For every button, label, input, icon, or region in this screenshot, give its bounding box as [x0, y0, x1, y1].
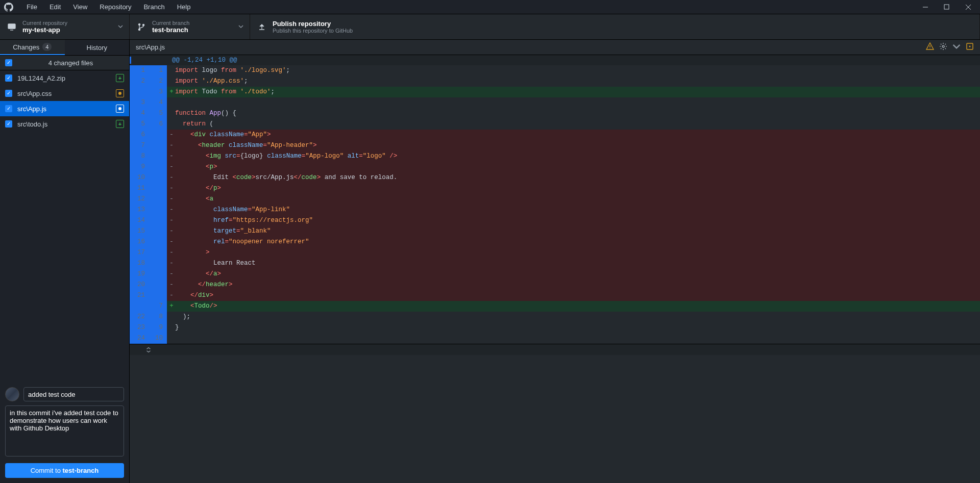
changes-count-badge: 4 [42, 43, 52, 51]
commit-summary-input[interactable] [23, 387, 124, 401]
file-checkbox[interactable] [5, 105, 12, 112]
upload-icon [257, 22, 266, 32]
minimize-button[interactable] [922, 4, 929, 11]
diff-line[interactable]: 2410 [130, 333, 980, 344]
publish-subtitle: Publish this repository to GitHub [273, 28, 353, 34]
diff-line[interactable]: 6.- <div className="App"> [130, 130, 980, 140]
diff-line[interactable]: 14.- href="https://reactjs.org" [130, 215, 980, 226]
chevron-down-icon [238, 23, 243, 31]
commit-description-input[interactable] [5, 405, 124, 456]
titlebar: FileEditViewRepositoryBranchHelp [0, 0, 980, 14]
diff-header: src\App.js [130, 40, 980, 55]
added-icon: + [116, 74, 124, 82]
tab-changes-label: Changes [13, 43, 39, 51]
settings-icon[interactable] [939, 42, 947, 52]
diff-line[interactable]: 16.- rel="noopener noreferrer" [130, 237, 980, 247]
svg-point-4 [142, 24, 144, 26]
repo-name: my-test-app [22, 26, 67, 34]
tab-history[interactable]: History [65, 40, 130, 55]
diff-line[interactable]: 21.- </div> [130, 290, 980, 301]
monitor-icon [7, 22, 16, 32]
tab-changes[interactable]: Changes 4 [0, 40, 65, 55]
diff-line[interactable]: 239 } [130, 322, 980, 333]
branch-icon [137, 22, 146, 32]
diff-line[interactable]: .7+ <Todo/> [130, 301, 980, 312]
current-repository-dropdown[interactable]: Current repository my-test-app [0, 14, 130, 39]
diff-line[interactable]: 20.- </header> [130, 279, 980, 290]
file-name: src\todo.js [17, 120, 116, 128]
diff-panel: src\App.js @@ -1,24 +1,10 @@ 11 import l… [130, 40, 980, 483]
commit-btn-branch: test-branch [63, 467, 99, 474]
diff-line[interactable]: 13.- className="App-link" [130, 205, 980, 215]
diff-line[interactable]: 10.- Edit <code>src/App.js</code> and sa… [130, 172, 980, 183]
hunk-header: @@ -1,24 +1,10 @@ [130, 55, 980, 65]
file-row[interactable]: src\App.js [0, 101, 129, 116]
diff-file-path: src\App.js [136, 43, 165, 51]
file-list: 19L1244_A2.zip+src\App.csssrc\App.jssrc\… [0, 70, 129, 132]
added-icon: + [116, 120, 124, 128]
svg-point-7 [969, 46, 971, 47]
menu-branch[interactable]: Branch [137, 1, 170, 13]
menu-edit[interactable]: Edit [43, 1, 67, 13]
menu-view[interactable]: View [67, 1, 93, 13]
avatar [5, 387, 19, 401]
chevron-down-icon [118, 23, 123, 31]
hunk-range: @@ -1,24 +1,10 @@ [168, 57, 237, 64]
svg-rect-1 [8, 24, 15, 29]
publish-repository-button[interactable]: Publish repository Publish this reposito… [250, 14, 980, 39]
diff-body[interactable]: @@ -1,24 +1,10 @@ 11 import logo from '.… [130, 55, 980, 483]
file-name: src\App.css [17, 90, 116, 97]
publish-title: Publish repository [273, 20, 353, 28]
diff-view-toggle-icon[interactable] [966, 42, 974, 52]
file-name: 19L1244_A2.zip [17, 74, 116, 82]
menu-repository[interactable]: Repository [93, 1, 137, 13]
diff-line[interactable]: 22 import './App.css'; [130, 76, 980, 87]
toolbar: Current repository my-test-app Current b… [0, 14, 980, 40]
diff-line[interactable]: 228 ); [130, 312, 980, 322]
github-logo-icon [4, 3, 13, 12]
file-checkbox[interactable] [5, 74, 12, 82]
file-checkbox[interactable] [5, 120, 12, 128]
branch-name: test-branch [152, 26, 189, 34]
svg-rect-0 [944, 5, 949, 9]
changed-files-header: 4 changed files [0, 55, 129, 70]
modified-icon [116, 89, 124, 97]
diff-line[interactable]: 9.- <p> [130, 162, 980, 172]
file-row[interactable]: src\todo.js+ [0, 116, 129, 132]
commit-button[interactable]: Commit to test-branch [5, 463, 124, 478]
svg-point-2 [138, 23, 140, 25]
close-button[interactable] [965, 4, 972, 11]
maximize-button[interactable] [943, 4, 950, 11]
svg-point-5 [942, 45, 944, 47]
file-row[interactable]: 19L1244_A2.zip+ [0, 70, 129, 86]
chevron-down-icon [952, 42, 961, 52]
diff-line[interactable]: 45 function App() { [130, 108, 980, 119]
select-all-checkbox[interactable] [5, 59, 12, 66]
diff-line[interactable]: .3+import Todo from './todo'; [130, 87, 980, 97]
diff-line[interactable]: 8.- <img src={logo} className="App-logo"… [130, 151, 980, 162]
diff-line[interactable]: 17.- > [130, 247, 980, 258]
current-branch-dropdown[interactable]: Current branch test-branch [130, 14, 250, 39]
file-row[interactable]: src\App.css [0, 86, 129, 101]
diff-line[interactable]: 7.- <header className="App-header"> [130, 140, 980, 151]
menu-help[interactable]: Help [171, 1, 197, 13]
diff-line[interactable]: 34 [130, 97, 980, 108]
changed-files-title: 4 changed files [17, 59, 124, 67]
tab-history-label: History [87, 44, 107, 52]
commit-btn-prefix: Commit to [31, 467, 63, 474]
diff-line[interactable]: 12.- <a [130, 194, 980, 205]
diff-line[interactable]: 18.- Learn React [130, 258, 980, 269]
file-checkbox[interactable] [5, 90, 12, 97]
diff-line[interactable]: 56 return ( [130, 119, 980, 130]
sidebar: Changes 4 History 4 changed files 19L124… [0, 40, 130, 483]
repo-label: Current repository [22, 20, 67, 26]
file-name: src\App.js [17, 105, 116, 113]
menu-file[interactable]: File [20, 1, 43, 13]
modified-icon [116, 105, 124, 113]
diff-line[interactable]: 11.- </p> [130, 183, 980, 194]
diff-line[interactable]: 19.- </a> [130, 269, 980, 279]
diff-line[interactable]: 15.- target="_blank" [130, 226, 980, 237]
expand-hunk-button[interactable] [130, 344, 980, 355]
warning-icon[interactable] [926, 42, 934, 52]
diff-line[interactable]: 11 import logo from './logo.svg'; [130, 65, 980, 76]
